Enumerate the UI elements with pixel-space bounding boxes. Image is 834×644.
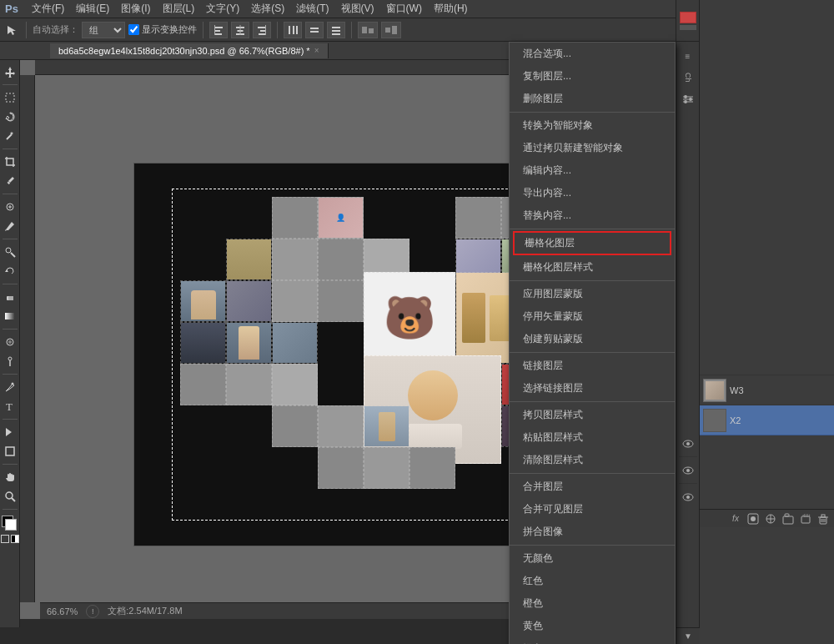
shape-tool[interactable]	[2, 443, 18, 460]
ctx-rasterize-style[interactable]: 栅格化图层样式	[510, 256, 675, 279]
menu-window[interactable]: 窗口(W)	[381, 0, 427, 18]
ctx-orange[interactable]: 橙色	[510, 592, 675, 615]
ctx-paste-style[interactable]: 粘贴图层样式	[510, 426, 675, 449]
align-left-button[interactable]	[209, 22, 228, 38]
layer-item-x2[interactable]: X2	[700, 405, 834, 435]
toolbar-separator-4	[351, 22, 352, 38]
distribute-center-button[interactable]	[305, 22, 324, 38]
hand-tool[interactable]	[2, 469, 18, 486]
panel-scroll-arrow[interactable]: ▼	[676, 627, 700, 644]
ctx-copy-style[interactable]: 拷贝图层样式	[510, 404, 675, 426]
ctx-export-content[interactable]: 导出内容...	[510, 182, 675, 204]
align-right-button[interactable]	[253, 22, 271, 38]
selection-tool[interactable]	[2, 89, 18, 106]
ctx-green[interactable]: 绿色	[510, 637, 675, 644]
extra-btn-1[interactable]	[358, 22, 378, 38]
menu-image[interactable]: 图像(I)	[116, 0, 155, 18]
dodge-tool[interactable]	[2, 353, 18, 370]
show-transform-checkbox[interactable]: 显示变换控件	[128, 23, 197, 36]
foreground-color[interactable]	[2, 516, 18, 531]
default-colors-icon[interactable]	[1, 535, 9, 543]
new-layer-button[interactable]	[798, 511, 813, 526]
ctx-new-smart-copy[interactable]: 通过拷贝新建智能对象	[510, 137, 675, 159]
eraser-tool[interactable]	[2, 289, 18, 305]
gradient-tool[interactable]	[2, 308, 18, 325]
ctx-merge-visible[interactable]: 合并可见图层	[510, 498, 675, 521]
layers-content: W3 X2 fx	[700, 0, 834, 644]
menu-file[interactable]: 文件(F)	[27, 0, 69, 18]
menu-filter[interactable]: 滤镜(T)	[291, 0, 334, 18]
svg-rect-26	[6, 93, 14, 102]
menu-layer[interactable]: 图层(L)	[158, 0, 200, 18]
svg-rect-1	[214, 27, 223, 28]
adjustment-icon[interactable]	[679, 90, 697, 108]
fx-button[interactable]: fx	[728, 511, 743, 526]
delete-layer-button[interactable]	[816, 511, 831, 526]
ctx-blend-options[interactable]: 混合选项...	[510, 43, 675, 65]
channels-icon[interactable]: Ch	[679, 68, 697, 87]
group-layers-button[interactable]	[781, 511, 796, 526]
svg-rect-24	[392, 26, 397, 34]
text-tool[interactable]: T	[2, 398, 18, 415]
healing-tool[interactable]	[2, 199, 18, 215]
layers-icon[interactable]: ≡	[679, 47, 697, 65]
auto-select-dropdown[interactable]: 组 图层	[82, 22, 125, 38]
ctx-clear-style[interactable]: 清除图层样式	[510, 449, 675, 471]
zoom-tool[interactable]	[2, 488, 18, 505]
brush-tool[interactable]	[2, 218, 18, 234]
history-brush-tool[interactable]	[2, 263, 18, 279]
ctx-flatten[interactable]: 拼合图像	[510, 521, 675, 543]
lt-sep-5	[3, 284, 18, 284]
ctx-link-layers[interactable]: 链接图层	[510, 355, 675, 377]
move-tool[interactable]	[2, 63, 18, 80]
adjustment-layer-button[interactable]	[763, 511, 778, 526]
align-center-h-button[interactable]	[231, 22, 249, 38]
blur-tool[interactable]	[2, 334, 18, 350]
crop-tool[interactable]	[2, 153, 18, 170]
distribute-right-button[interactable]	[327, 22, 345, 38]
ctx-delete-layer[interactable]: 删除图层	[510, 88, 675, 110]
ctx-merge-layer[interactable]: 合并图层	[510, 475, 675, 498]
lasso-tool[interactable]	[2, 108, 18, 125]
clone-tool[interactable]	[2, 244, 18, 260]
ctx-no-color[interactable]: 无颜色	[510, 547, 675, 570]
menu-text[interactable]: 文字(Y)	[201, 0, 244, 18]
layer-eye-1[interactable]	[679, 430, 697, 457]
active-tab[interactable]: bd6a5c8egw1e4lx15t8dcj20t30njn30.psd @ 6…	[50, 43, 329, 58]
ctx-duplicate-layer[interactable]: 复制图层...	[510, 65, 675, 88]
distribute-left-button[interactable]	[284, 22, 302, 38]
menu-edit[interactable]: 编辑(E)	[71, 0, 114, 18]
switch-colors-icon[interactable]	[11, 535, 19, 543]
svg-rect-68	[785, 514, 789, 516]
ctx-red[interactable]: 红色	[510, 570, 675, 592]
ctx-disable-vmask[interactable]: 停用矢量蒙版	[510, 305, 675, 328]
layer-eye-2[interactable]	[679, 457, 697, 484]
tab-close-button[interactable]: ×	[314, 46, 319, 55]
ctx-create-clip[interactable]: 创建剪贴蒙版	[510, 328, 675, 350]
extra-btn-2[interactable]	[381, 22, 401, 38]
ctx-replace-content[interactable]: 替换内容...	[510, 204, 675, 227]
layer-eye-3[interactable]	[679, 484, 697, 511]
ctx-convert-smart[interactable]: 转换为智能对象	[510, 114, 675, 137]
magic-wand-tool[interactable]	[2, 128, 18, 144]
mosaic-photo-person	[226, 322, 272, 364]
svg-rect-45	[6, 447, 14, 455]
menu-help[interactable]: 帮助(H)	[429, 0, 473, 18]
show-transform-input[interactable]	[128, 24, 139, 35]
ctx-edit-content[interactable]: 编辑内容...	[510, 159, 675, 182]
path-select-tool[interactable]	[2, 424, 18, 440]
eyedropper-tool[interactable]	[2, 173, 18, 189]
menu-view[interactable]: 视图(V)	[336, 0, 379, 18]
ps-logo: Ps	[5, 3, 18, 15]
layer-item-w3[interactable]: W3	[700, 375, 834, 405]
menu-select[interactable]: 选择(S)	[246, 0, 289, 18]
ctx-apply-mask[interactable]: 应用图层蒙版	[510, 283, 675, 305]
ctx-rasterize[interactable]: 栅格化图层	[513, 231, 671, 255]
add-mask-button[interactable]	[746, 511, 761, 526]
ctx-select-linked[interactable]: 选择链接图层	[510, 377, 675, 400]
svg-marker-44	[6, 428, 12, 436]
ctx-yellow[interactable]: 黄色	[510, 615, 675, 637]
svg-rect-76	[821, 515, 825, 517]
pen-tool[interactable]	[2, 379, 18, 395]
svg-point-65	[751, 516, 756, 521]
